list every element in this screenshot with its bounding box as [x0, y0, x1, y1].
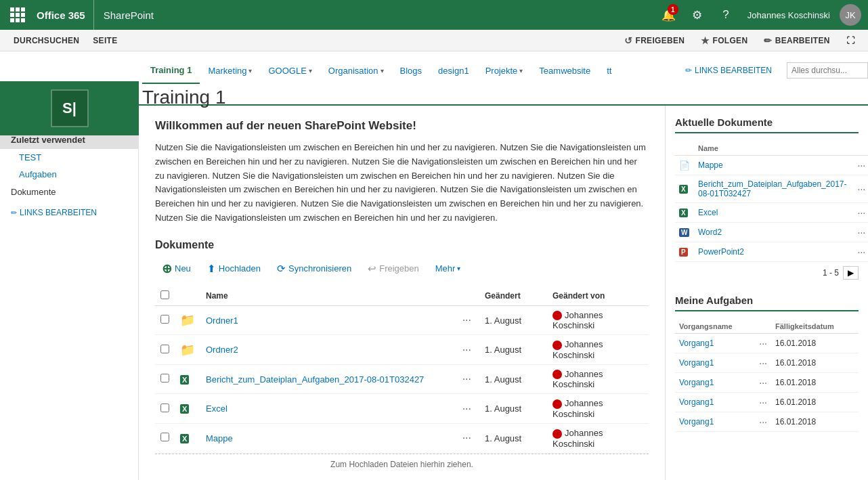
changed-date: 1. August — [479, 335, 547, 365]
task-name[interactable]: Vorgang1 — [675, 393, 755, 412]
folder-icon: 📁 — [180, 313, 195, 327]
follow-ribbon-button[interactable]: ★ FOLGEN — [694, 30, 754, 51]
excel-icon: X — [679, 209, 688, 217]
excel-icon: X — [180, 434, 189, 443]
task-name[interactable]: Vorgang1 — [675, 334, 755, 353]
new-document-button[interactable]: ⊕ Neu — [155, 258, 198, 280]
changed-column-header: Geändert — [479, 286, 547, 306]
user-avatar[interactable]: JK — [840, 4, 861, 26]
row-ellipsis-button[interactable]: ··· — [460, 401, 474, 416]
recent-file-name[interactable]: Mappe — [694, 156, 851, 175]
changed-by: Johannes Koschinski — [547, 394, 649, 424]
recent-row-ellipsis-button[interactable]: ··· — [855, 206, 869, 219]
ppt-icon: P — [679, 248, 688, 257]
header-title-row: S| Training 1Marketing▾GOOGLE▾Organisati… — [0, 51, 868, 106]
task-ellipsis-button[interactable]: ··· — [759, 338, 767, 349]
nav-item-marketing[interactable]: Marketing▾ — [200, 57, 260, 84]
list-item: Vorgang1 ··· 16.01.2018 — [675, 412, 859, 432]
edit-ribbon-button[interactable]: ✏ BEARBEITEN — [757, 30, 836, 51]
task-name[interactable]: Vorgang1 — [675, 353, 755, 373]
right-panel: Aktuelle Dokumente Name 📄 Mappe ··· X Be… — [665, 106, 868, 480]
recent-row-ellipsis-button[interactable]: ··· — [855, 225, 869, 239]
task-ellipsis-button[interactable]: ··· — [759, 357, 767, 368]
upload-button[interactable]: ⬆ Hochladen — [200, 259, 267, 278]
chevron-down-icon: ▾ — [519, 67, 523, 74]
recent-row-ellipsis-button[interactable]: ··· — [855, 182, 869, 196]
nav-item-google[interactable]: GOOGLE▾ — [260, 57, 320, 84]
sidebar-edit-links[interactable]: ✏ LINKS BEARBEITEN — [0, 201, 138, 224]
share-ribbon-button[interactable]: ↺ FREIGEBEN — [617, 30, 691, 51]
excel-icon: X — [180, 404, 189, 414]
settings-button[interactable]: ⚙ — [685, 0, 710, 30]
task-name[interactable]: Vorgang1 — [675, 373, 755, 393]
changed-by: Johannes Koschinski — [547, 424, 649, 454]
row-ellipsis-button[interactable]: ··· — [460, 431, 474, 445]
sidebar-edit-pencil-icon: ✏ — [11, 209, 17, 217]
browse-button[interactable]: DURCHSUCHEN — [7, 30, 86, 51]
upload-icon: ⬆ — [207, 263, 216, 275]
recent-file-name[interactable]: PowerPoint2 — [694, 242, 851, 262]
site-logo[interactable]: S| — [0, 81, 139, 135]
nav-item-projekte[interactable]: Projekte▾ — [477, 57, 531, 84]
next-page-button[interactable]: ▶ — [843, 266, 859, 280]
help-button[interactable]: ? — [714, 0, 738, 30]
notifications-button[interactable]: 🔔 1 — [657, 0, 681, 30]
row-checkbox[interactable] — [160, 315, 169, 324]
sidebar-item-test[interactable]: TEST — [0, 149, 138, 166]
task-due-date: 16.01.2018 — [771, 412, 859, 432]
nav-item-design1[interactable]: design1 — [430, 57, 477, 84]
recent-row-ellipsis-button[interactable]: ··· — [855, 245, 869, 259]
changed-by: Johannes Koschinski — [547, 364, 649, 394]
recent-file-name[interactable]: Word2 — [694, 223, 851, 242]
sidebar-item-aufgaben[interactable]: Aufgaben — [0, 166, 138, 183]
recent-name-header: Name — [694, 141, 851, 156]
row-ellipsis-button[interactable]: ··· — [460, 372, 474, 386]
row-ellipsis-button[interactable]: ··· — [460, 313, 474, 327]
user-flag-icon — [552, 429, 562, 439]
row-checkbox[interactable] — [160, 403, 169, 412]
sidebar-item-dokumente[interactable]: Dokumente — [0, 183, 138, 201]
apps-launcher-button[interactable] — [7, 0, 28, 30]
welcome-text: Nutzen Sie die Navigationsleisten um zwi… — [155, 141, 649, 225]
recent-row-ellipsis-button[interactable]: ··· — [855, 158, 869, 172]
share-button[interactable]: ↩ Freigeben — [361, 259, 426, 278]
select-all-checkbox[interactable] — [160, 290, 169, 299]
sharepoint-link[interactable]: SharePoint — [94, 0, 163, 30]
task-ellipsis-button[interactable]: ··· — [759, 416, 767, 427]
plus-circle-icon: ⊕ — [162, 261, 172, 276]
file-name: Mappe — [200, 424, 454, 454]
file-name: Excel — [200, 394, 454, 424]
changed-date: 1. August — [479, 305, 547, 335]
recent-file-name[interactable]: Bericht_zum_Dateiplan_Aufgaben_2017-08-0… — [694, 175, 851, 203]
pagination-row: 1 - 5 ▶ — [675, 262, 859, 284]
office365-link[interactable]: Office 365 — [28, 0, 94, 30]
more-button[interactable]: Mehr ▾ — [429, 260, 468, 277]
focus-ribbon-button[interactable]: ⛶ — [840, 30, 861, 51]
row-checkbox[interactable] — [160, 433, 169, 441]
top-bar-right: 🔔 1 ⚙ ? Johannes Koschinski JK — [657, 0, 861, 30]
nav-search-input[interactable] — [787, 62, 868, 79]
excel-icon: X — [679, 185, 688, 194]
list-item: X Excel ··· — [675, 203, 868, 223]
tasks-section: Meine Aufgaben Vorgangsname Fälligkeitsd… — [675, 294, 859, 432]
nav-item-organisation[interactable]: Organisation▾ — [320, 57, 392, 84]
row-ellipsis-button[interactable]: ··· — [460, 343, 474, 357]
nav-item-training-1[interactable]: Training 1 — [142, 57, 200, 84]
recent-file-name[interactable]: Excel — [694, 203, 851, 223]
row-checkbox[interactable] — [160, 374, 169, 383]
task-ellipsis-button[interactable]: ··· — [759, 397, 767, 408]
notification-badge: 1 — [668, 4, 678, 15]
row-checkbox[interactable] — [160, 345, 169, 353]
nav-item-tt[interactable]: tt — [599, 57, 620, 84]
nav-edit-links-button[interactable]: ✏ LINKS BEARBEITEN — [678, 66, 779, 75]
page-button[interactable]: SEITE — [86, 30, 124, 51]
task-ellipsis-button[interactable]: ··· — [759, 377, 767, 388]
sync-button[interactable]: ⟳ Synchronisieren — [270, 259, 358, 278]
nav-item-blogs[interactable]: Blogs — [392, 57, 431, 84]
gear-icon: ⚙ — [692, 8, 702, 22]
username-label[interactable]: Johannes Koschinski — [742, 10, 836, 20]
tasks-title: Meine Aufgaben — [675, 294, 859, 311]
recent-docs-table: Name 📄 Mappe ··· X Bericht_zum_Dateiplan… — [675, 141, 868, 262]
task-name[interactable]: Vorgang1 — [675, 412, 755, 432]
nav-item-teamwebsite[interactable]: Teamwebsite — [531, 57, 599, 84]
